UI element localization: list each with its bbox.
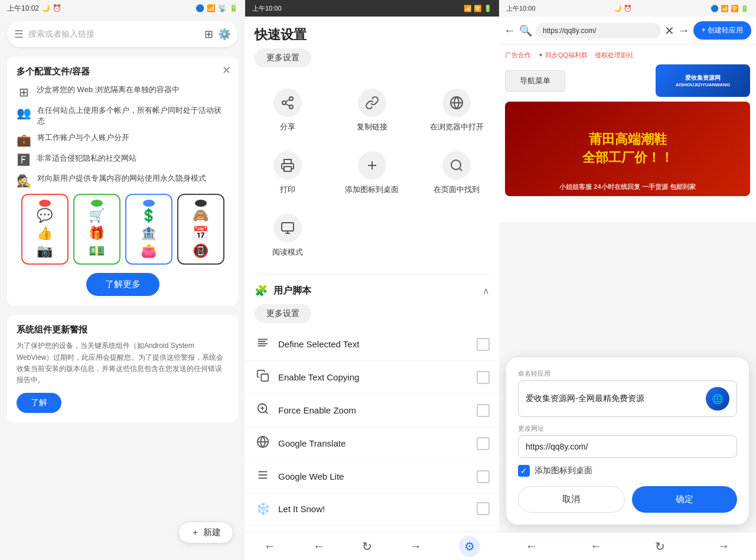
card-item-incognito: 🕵 对向新用户提供专属内容的网站使用永久隐身模式 (17, 173, 229, 188)
hamburger-icon[interactable]: ☰ (14, 28, 24, 41)
find-icon (442, 151, 471, 180)
script-google-web-lite[interactable]: Google Web Lite (245, 460, 499, 493)
bt-icon3: 🔵 (711, 5, 719, 12)
nav-sync[interactable]: ✦ 同步QQ福利群 (538, 51, 588, 60)
grid-icon[interactable]: ⊞ (204, 28, 213, 41)
qs-print[interactable]: 打印 (245, 142, 330, 204)
nav-menu-btn[interactable]: 导航菜单 (505, 70, 565, 92)
snow-label: Let It Snow! (278, 504, 470, 514)
plus-icon: ＋ (191, 527, 200, 538)
forward-icon3[interactable]: → (678, 24, 690, 37)
web-lite-checkbox[interactable] (477, 470, 490, 483)
settings-gear-icon[interactable]: ⚙ (459, 536, 480, 557)
container-dark[interactable]: 🙈 📅 📵 (177, 194, 224, 265)
battery-icon: 🔋 (229, 4, 238, 12)
qs-more-settings-btn2[interactable]: 更多设置 (255, 304, 311, 323)
print-icon (273, 151, 302, 180)
gift-icon: 🎁 (89, 226, 105, 241)
qs-share-label: 分享 (280, 122, 295, 132)
reader-icon (273, 214, 302, 242)
qs-print-label: 打印 (280, 184, 295, 195)
search-bar[interactable]: ☰ 搜索或者输入链接 ⊞ ⚙️ (7, 21, 238, 47)
svg-rect-7 (284, 167, 291, 171)
search-icon3[interactable]: 🔍 (519, 24, 532, 37)
script-google-translate[interactable]: Google Translate (245, 427, 499, 460)
card-item-text4: 非常适合侵犯隐私的社交网站 (37, 153, 136, 164)
p3-back-icon[interactable]: ← (526, 539, 537, 553)
card2-title: 系统组件更新警报 (17, 324, 229, 336)
card-item-text5: 对向新用户提供专属内容的网站使用永久隐身模式 (37, 173, 206, 184)
money-icon: 💵 (89, 243, 105, 259)
copy-checkbox[interactable] (477, 371, 490, 384)
bluetooth-icon: 🔵 (195, 4, 204, 12)
container-blue[interactable]: 💲 🏦 👛 (125, 194, 172, 265)
container-red[interactable]: 💬 👍 📷 (21, 194, 69, 265)
status-bar1: 上午10:02 🌙 ⏰ 🔵 📶 📡 🔋 (0, 0, 245, 17)
qs-find[interactable]: 在页面中找到 (415, 142, 499, 204)
chevron-up-icon[interactable]: ∧ (483, 285, 490, 297)
go-forward-icon2[interactable]: ← (313, 539, 325, 553)
svg-rect-12 (282, 223, 294, 231)
reload-icon2[interactable]: ↻ (362, 539, 372, 554)
script-let-it-snow[interactable]: ❄️ Let It Snow! (245, 493, 499, 525)
create-app-button[interactable]: + qq8y.com 爱收集...创建轻应用 (693, 21, 751, 40)
nav-rights[interactable]: 侵权处理剧社 (595, 51, 634, 60)
settings-icon[interactable]: ⚙️ (218, 28, 231, 41)
qs-reader[interactable]: 阅读模式 (245, 204, 330, 267)
container-green[interactable]: 🛒 🎁 💵 (73, 194, 120, 265)
learn-more-button[interactable]: 了解更多 (86, 273, 159, 296)
p3-forward-icon[interactable]: → (718, 539, 729, 553)
new-btn-label: 新建 (203, 527, 221, 538)
panel3: 上午10:00 🌙 ⏰ 🔵 📶 🛜 🔋 ← 🔍 https://qq8y.com… (499, 0, 756, 560)
qs-copy-link[interactable]: 复制链接 (330, 79, 414, 142)
script-enable-copy[interactable]: Enable Text Copying (245, 361, 499, 394)
wifi-off-icon: 📵 (193, 243, 208, 259)
cancel-button[interactable]: 取消 (518, 486, 625, 513)
signal-icon3: 📶 (721, 5, 729, 12)
go-back-icon[interactable]: ← (264, 539, 276, 553)
url-bar3[interactable]: https://qq8y.com/ (536, 23, 661, 38)
url-label: 更改网址 (518, 424, 737, 433)
p3-prev-icon[interactable]: ← (590, 539, 602, 553)
url-text3: https://qq8y.com/ (543, 27, 597, 35)
web-lite-label: Google Web Lite (278, 471, 470, 481)
define-text-checkbox[interactable] (477, 338, 490, 351)
svg-point-10 (451, 160, 461, 170)
script-define-text[interactable]: Define Selected Text (245, 328, 499, 361)
translate-checkbox[interactable] (477, 437, 490, 450)
close-icon3[interactable]: ✕ (664, 24, 674, 38)
p3-reload-icon[interactable]: ↻ (655, 539, 665, 554)
app-name-field[interactable]: 爱收集资源网-全网最精免费资源 🌐 (518, 380, 737, 417)
new-button[interactable]: ＋ 新建 (178, 522, 233, 543)
snow-icon: ❄️ (255, 502, 271, 516)
zoom-checkbox[interactable] (477, 404, 490, 417)
svg-point-1 (282, 101, 286, 105)
snow-checkbox[interactable] (477, 502, 490, 515)
camera-icon: 📷 (37, 243, 53, 259)
qs-open-browser[interactable]: 在浏览器中打开 (415, 79, 499, 142)
container-grid: 💬 👍 📷 🛒 🎁 💵 💲 🏦 👛 (17, 194, 229, 265)
search-placeholder[interactable]: 搜索或者输入链接 (28, 29, 200, 40)
p3-bottom-bar: ← ← ↻ → (499, 532, 756, 560)
time3: 上午10:00 (506, 4, 536, 13)
panel1: 上午10:02 🌙 ⏰ 🔵 📶 📡 🔋 ☰ 搜索或者输入链接 ⊞ ⚙️ 多个配置… (0, 0, 245, 560)
add-desktop-modal: 命名轻应用 爱收集资源网-全网最精免费资源 🌐 更改网址 https://qq8… (506, 357, 749, 525)
system-update-card: 系统组件更新警报 为了保护您的设备，当关键系统组件（如Android Syste… (7, 315, 238, 422)
status-bar2: 上午10:00 📶 🛜 🔋 (245, 0, 499, 17)
card1-close[interactable]: ✕ (222, 64, 231, 77)
nav-ad[interactable]: 广告合作 (505, 51, 531, 60)
qs-share[interactable]: 分享 (245, 79, 330, 142)
qs-more-settings-btn1[interactable]: 更多设置 (255, 48, 311, 67)
card-item-text1: 沙盒将您的 Web 浏览隔离在单独的容器中 (37, 84, 180, 95)
mask-icon: 🕵 (17, 174, 31, 188)
learn-button[interactable]: 了解 (17, 393, 61, 413)
back-icon3[interactable]: ← (504, 24, 516, 37)
add-icon-checkbox[interactable]: ✓ (518, 465, 530, 477)
svg-line-11 (460, 168, 462, 171)
confirm-button[interactable]: 确定 (632, 486, 738, 513)
script-force-zoom[interactable]: Force Enable Zoom (245, 394, 499, 427)
url-field[interactable]: https://qq8y.com/ (518, 435, 737, 458)
web-lite-icon (255, 468, 271, 484)
go-next-icon[interactable]: → (410, 539, 422, 553)
qs-add-icon[interactable]: 添加图标到桌面 (330, 142, 414, 204)
